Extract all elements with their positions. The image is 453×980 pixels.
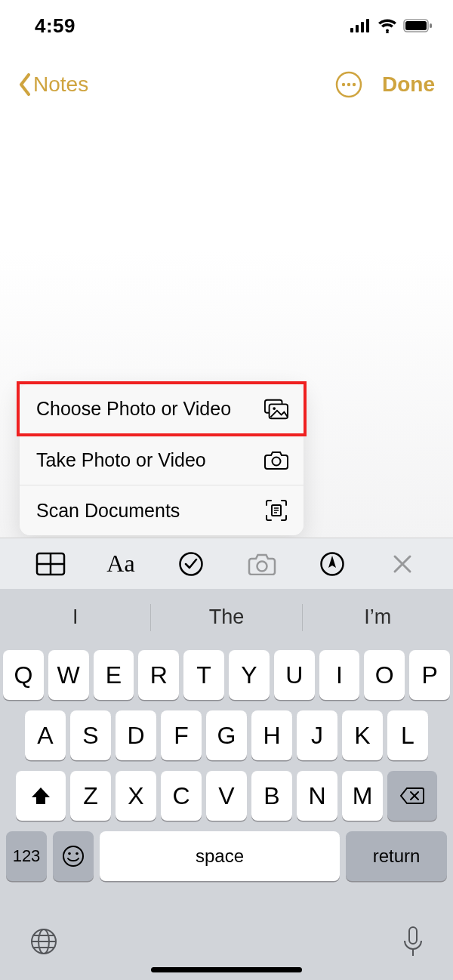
- key-y[interactable]: Y: [229, 650, 270, 700]
- chevron-left-icon: [18, 73, 32, 96]
- close-toolbar-button[interactable]: [384, 545, 421, 583]
- camera-icon: [248, 553, 276, 575]
- camera-button[interactable]: [243, 545, 281, 583]
- key-q[interactable]: Q: [3, 650, 44, 700]
- key-space[interactable]: space: [100, 831, 340, 881]
- status-bar: 4:59: [0, 0, 453, 51]
- status-icons: [350, 18, 433, 33]
- key-f[interactable]: F: [161, 710, 202, 760]
- popup-item-choose-photo[interactable]: Choose Photo or Video: [20, 384, 304, 434]
- home-indicator[interactable]: [151, 967, 302, 972]
- cellular-signal-icon: [350, 19, 371, 32]
- key-shift[interactable]: [16, 771, 66, 821]
- svg-point-10: [347, 83, 350, 86]
- keyboard: I The I’m Q W E R T Y U I O P A S D: [0, 589, 453, 980]
- svg-point-23: [180, 553, 202, 575]
- key-emoji[interactable]: [53, 831, 94, 881]
- key-e[interactable]: E: [94, 650, 134, 700]
- svg-rect-3: [366, 19, 369, 32]
- key-m[interactable]: M: [342, 771, 383, 821]
- svg-rect-2: [361, 22, 364, 32]
- microphone-icon: [402, 926, 424, 957]
- key-p[interactable]: P: [409, 650, 450, 700]
- key-z[interactable]: Z: [70, 771, 111, 821]
- popup-item-take-photo[interactable]: Take Photo or Video: [20, 434, 304, 485]
- svg-point-24: [257, 561, 267, 571]
- svg-rect-0: [350, 28, 353, 32]
- insert-attachment-popup: Choose Photo or Video Take Photo or Vide…: [20, 384, 304, 535]
- key-t[interactable]: T: [183, 650, 224, 700]
- key-numeric[interactable]: 123: [6, 831, 47, 881]
- svg-point-15: [273, 458, 281, 466]
- key-d[interactable]: D: [116, 710, 156, 760]
- svg-point-4: [386, 29, 389, 32]
- scan-document-icon: [264, 498, 288, 522]
- more-button[interactable]: [334, 69, 364, 100]
- svg-rect-32: [409, 927, 417, 944]
- svg-point-14: [273, 407, 276, 410]
- key-n[interactable]: N: [297, 771, 337, 821]
- done-button[interactable]: Done: [382, 72, 435, 97]
- key-a[interactable]: A: [25, 710, 66, 760]
- key-v[interactable]: V: [206, 771, 247, 821]
- status-time: 4:59: [35, 14, 76, 38]
- svg-rect-1: [356, 25, 359, 32]
- key-s[interactable]: S: [70, 710, 111, 760]
- key-j[interactable]: J: [297, 710, 337, 760]
- nav-bar: Notes Done: [0, 60, 453, 109]
- photo-library-icon: [264, 397, 288, 421]
- key-b[interactable]: B: [251, 771, 292, 821]
- svg-point-26: [63, 846, 83, 866]
- close-icon: [393, 554, 412, 574]
- key-g[interactable]: G: [206, 710, 247, 760]
- popup-item-scan-documents[interactable]: Scan Documents: [20, 485, 304, 535]
- back-label: Notes: [33, 72, 88, 97]
- key-row-2: A S D F G H J K L: [3, 710, 450, 760]
- phone-screen: 4:59 Notes Done: [0, 0, 453, 980]
- nav-right: Done: [334, 69, 435, 100]
- key-w[interactable]: W: [48, 650, 89, 700]
- key-i[interactable]: I: [319, 650, 360, 700]
- wifi-icon: [378, 18, 397, 33]
- checkmark-circle-icon: [178, 551, 204, 577]
- text-format-button[interactable]: Aa: [102, 545, 140, 583]
- key-k[interactable]: K: [342, 710, 383, 760]
- key-l[interactable]: L: [387, 710, 428, 760]
- key-c[interactable]: C: [161, 771, 202, 821]
- svg-rect-7: [430, 23, 432, 28]
- svg-point-9: [342, 83, 345, 86]
- svg-point-11: [353, 83, 356, 86]
- key-backspace[interactable]: [387, 771, 437, 821]
- battery-icon: [403, 19, 433, 32]
- key-row-3: Z X C V B N M: [3, 771, 450, 821]
- suggestion-3[interactable]: I’m: [303, 606, 453, 629]
- key-o[interactable]: O: [364, 650, 405, 700]
- svg-rect-6: [405, 21, 427, 30]
- text-format-icon: Aa: [106, 550, 134, 578]
- suggestion-2[interactable]: The: [151, 606, 301, 629]
- key-rows: Q W E R T Y U I O P A S D F G H J K L: [0, 646, 453, 881]
- popup-item-label: Scan Documents: [36, 500, 180, 522]
- key-row-4: 123 space return: [3, 831, 450, 881]
- key-r[interactable]: R: [138, 650, 179, 700]
- popup-item-label: Choose Photo or Video: [36, 398, 231, 420]
- backspace-icon: [399, 787, 425, 805]
- key-h[interactable]: H: [251, 710, 292, 760]
- checklist-button[interactable]: [172, 545, 210, 583]
- svg-point-27: [68, 852, 71, 855]
- back-button[interactable]: Notes: [18, 72, 88, 97]
- pen-circle-icon: [319, 551, 345, 577]
- table-button[interactable]: [32, 545, 69, 583]
- camera-icon: [264, 448, 288, 472]
- dictation-button[interactable]: [402, 926, 424, 957]
- key-u[interactable]: U: [274, 650, 315, 700]
- markup-button[interactable]: [313, 545, 351, 583]
- svg-point-28: [76, 852, 79, 855]
- popup-item-label: Take Photo or Video: [36, 449, 206, 471]
- globe-icon: [29, 926, 59, 957]
- key-return[interactable]: return: [346, 831, 447, 881]
- globe-button[interactable]: [29, 926, 59, 957]
- key-x[interactable]: X: [116, 771, 156, 821]
- suggestion-1[interactable]: I: [0, 606, 150, 629]
- table-icon: [35, 552, 66, 576]
